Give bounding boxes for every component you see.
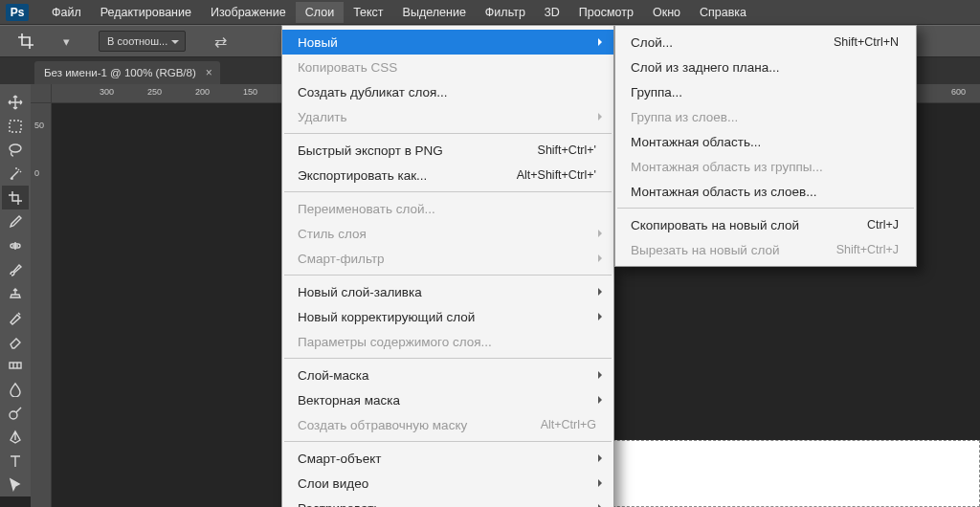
ruler-vertical: 500 — [31, 103, 52, 507]
menu-item-label: Параметры содержимого слоя... — [298, 335, 596, 349]
blur-tool[interactable] — [2, 377, 29, 401]
layers-new-submenu-item[interactable]: Группа... — [615, 79, 916, 104]
ruler-tick: 50 — [34, 121, 44, 130]
layers-menu-item: Переименовать слой... — [282, 196, 613, 221]
swap-icon[interactable]: ⇄ — [214, 33, 227, 51]
layers-new-submenu-item[interactable]: Слой...Shift+Ctrl+N — [615, 30, 916, 55]
layers-menu-item: Смарт-фильтр — [282, 246, 613, 271]
layers-menu-item: Удалить — [282, 104, 613, 129]
menu-изображение[interactable]: Изображение — [201, 2, 296, 23]
layers-new-submenu-item[interactable]: Монтажная область из слоев... — [615, 179, 916, 204]
crop-tool-icon — [17, 33, 34, 50]
menu-item-shortcut: Shift+Ctrl+' — [538, 143, 596, 157]
menu-item-label: Группа... — [631, 85, 899, 99]
menu-item-label: Смарт-фильтр — [298, 252, 596, 266]
menu-выделение[interactable]: Выделение — [393, 2, 476, 23]
move-tool[interactable] — [2, 90, 29, 114]
type-tool[interactable] — [2, 449, 29, 473]
menu-item-shortcut: Shift+Ctrl+J — [836, 243, 899, 256]
magic-wand-tool[interactable] — [2, 162, 29, 186]
menu-separator — [617, 208, 914, 209]
layers-menu: НовыйКопировать CSSСоздать дубликат слоя… — [281, 25, 614, 507]
menu-item-shortcut: Alt+Shift+Ctrl+' — [517, 168, 596, 182]
menu-item-label: Слой... — [631, 35, 795, 50]
layers-menu-item[interactable]: Смарт-объект — [282, 446, 613, 471]
ruler-tick: 0 — [34, 168, 39, 178]
menu-item-label: Копировать CSS — [298, 60, 596, 75]
menu-item-label: Растрировать — [298, 501, 596, 508]
menu-separator — [284, 358, 612, 359]
layers-menu-item[interactable]: Новый — [282, 30, 613, 55]
layers-menu-item: Копировать CSS — [282, 55, 613, 79]
menu-separator — [284, 441, 612, 442]
ruler-tick: 600 — [951, 87, 966, 97]
layers-menu-item[interactable]: Быстрый экспорт в PNGShift+Ctrl+' — [282, 138, 613, 163]
ruler-tick: 200 — [195, 87, 210, 97]
menu-item-label: Быстрый экспорт в PNG — [298, 143, 500, 158]
layers-new-submenu-item[interactable]: Монтажная область... — [615, 129, 916, 154]
layers-new-submenu-item: Группа из слоев... — [615, 104, 916, 129]
layers-menu-item[interactable]: Экспортировать как...Alt+Shift+Ctrl+' — [282, 163, 613, 187]
layers-menu-item[interactable]: Новый корректирующий слой — [282, 304, 613, 329]
dodge-tool[interactable] — [2, 401, 29, 425]
path-selection-tool[interactable] — [2, 473, 29, 496]
menu-просмотр[interactable]: Просмотр — [569, 2, 643, 23]
menu-файл[interactable]: Файл — [42, 2, 91, 23]
menu-separator — [284, 191, 612, 192]
eraser-tool[interactable] — [2, 329, 29, 353]
aspect-ratio-label: В соотнош... — [107, 35, 167, 47]
lasso-tool[interactable] — [2, 138, 29, 162]
layers-new-submenu-item[interactable]: Слой из заднего плана... — [615, 55, 916, 79]
menu-item-shortcut: Alt+Ctrl+G — [541, 418, 596, 431]
menu-item-label: Экспортировать как... — [298, 168, 479, 183]
menu-item-label: Слой из заднего плана... — [631, 60, 899, 75]
layers-menu-item[interactable]: Слои видео — [282, 471, 613, 496]
pen-tool[interactable] — [2, 425, 29, 449]
menu-separator — [284, 275, 612, 276]
clone-stamp-tool[interactable] — [2, 281, 29, 305]
ruler-tick: 150 — [243, 87, 257, 97]
menu-item-label: Группа из слоев... — [631, 110, 899, 124]
healing-brush-tool[interactable] — [2, 233, 29, 257]
menu-слои[interactable]: Слои — [296, 2, 344, 23]
document-tab[interactable]: Без имени-1 @ 100% (RGB/8) × — [34, 61, 220, 84]
menu-фильтр[interactable]: Фильтр — [476, 2, 535, 23]
menu-item-label: Новый корректирующий слой — [298, 310, 596, 324]
menu-item-shortcut: Shift+Ctrl+N — [834, 35, 899, 49]
layers-new-submenu: Слой...Shift+Ctrl+NСлой из заднего плана… — [614, 25, 917, 267]
svg-point-1 — [10, 144, 21, 152]
menu-item-label: Новый — [298, 35, 596, 50]
history-brush-tool[interactable] — [2, 305, 29, 329]
layers-menu-item[interactable]: Новый слой-заливка — [282, 279, 613, 304]
menu-окно[interactable]: Окно — [643, 2, 690, 23]
ruler-corner — [31, 84, 52, 103]
menu-текст[interactable]: Текст — [344, 2, 392, 23]
layers-menu-item[interactable]: Слой-маска — [282, 363, 613, 387]
menubar: Ps ФайлРедактированиеИзображениеСлоиТекс… — [0, 0, 980, 25]
close-icon[interactable]: × — [206, 66, 212, 79]
gradient-tool[interactable] — [2, 353, 29, 377]
layers-menu-item[interactable]: Растрировать — [282, 496, 613, 507]
menu-справка[interactable]: Справка — [690, 2, 756, 23]
ruler-tick: 300 — [100, 87, 114, 97]
layers-new-submenu-item: Вырезать на новый слойShift+Ctrl+J — [615, 237, 916, 262]
crop-tool[interactable] — [2, 186, 29, 209]
layers-menu-item: Стиль слоя — [282, 221, 613, 246]
marquee-tool[interactable] — [2, 114, 29, 138]
menu-item-label: Создать обтравочную маску — [298, 418, 502, 432]
menu-item-label: Монтажная область... — [631, 135, 899, 149]
menu-item-label: Вырезать на новый слой — [631, 243, 798, 257]
menu-3d[interactable]: 3D — [535, 2, 569, 23]
brush-tool[interactable] — [2, 257, 29, 281]
menu-item-label: Создать дубликат слоя... — [298, 85, 596, 99]
eyedropper-tool[interactable] — [2, 209, 29, 233]
layers-new-submenu-item[interactable]: Скопировать на новый слойCtrl+J — [615, 212, 916, 237]
menu-item-label: Новый слой-заливка — [298, 285, 596, 299]
menu-item-label: Монтажная область из слоев... — [631, 185, 899, 199]
layers-menu-item[interactable]: Создать дубликат слоя... — [282, 79, 613, 104]
menu-item-label: Смарт-объект — [298, 452, 596, 466]
aspect-ratio-dropdown[interactable]: В соотнош... — [99, 31, 186, 52]
menu-item-label: Переименовать слой... — [298, 202, 596, 216]
menu-редактирование[interactable]: Редактирование — [91, 2, 201, 23]
layers-menu-item[interactable]: Векторная маска — [282, 387, 613, 412]
